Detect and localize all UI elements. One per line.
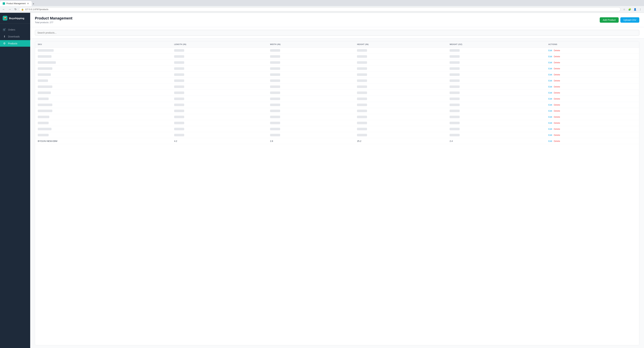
delete-button[interactable]: Delete [554,49,560,52]
orders-icon: 🛒 [3,28,6,31]
address-bar[interactable]: 🔒 127.0.0.1:8787/products [19,7,620,12]
edit-button[interactable]: Edit [548,110,552,112]
table-row: XXXXXXXXXXXXXXXXXXXEditDelete [35,78,639,84]
profile-icon[interactable]: 👤 [632,7,637,12]
upload-csv-button[interactable]: Upload CSV [620,17,639,23]
table-row: XX-XXXXXXXXXXXXXXXXXXXXEditDelete [35,60,639,66]
page-header: Product Management Total products: 277 A… [30,13,644,27]
browser-tabs: Product Management ✕ + [0,0,644,6]
products-table-container: SKU LENGTH (IN) WIDTH (IN) HEIGHT (IN) W… [35,41,639,345]
delete-button[interactable]: Delete [554,128,560,130]
main-content: Product Management Total products: 277 A… [30,13,644,348]
delete-button[interactable]: Delete [554,79,560,82]
tab-favicon [3,2,5,5]
edit-button[interactable]: Edit [548,86,552,88]
logo-icon: 📦 [3,16,8,21]
edit-button[interactable]: Edit [548,116,552,118]
table-body: XXXXXXXXXXXXXXXXXXXXXXEditDeleteXXXXXX-X… [35,48,639,144]
downloads-icon: ⬇ [3,35,6,38]
delete-button[interactable]: Delete [554,67,560,70]
sidebar-label-orders: Orders [8,28,15,31]
sidebar-nav: 🛒 Orders ⬇ Downloads ⚙ Products [0,24,30,49]
edit-button[interactable]: Edit [548,73,552,76]
page-header-left: Product Management Total products: 277 [35,16,72,24]
edit-button[interactable]: Edit [548,92,552,94]
menu-icon[interactable]: ⋮ [638,7,643,12]
new-tab-button[interactable]: + [32,2,35,6]
delete-button[interactable]: Delete [554,73,560,76]
edit-button[interactable]: Edit [548,49,552,52]
col-length: LENGTH (IN) [172,41,268,48]
back-button[interactable]: ← [1,7,6,12]
col-sku: SKU [35,41,172,48]
browser-toolbar: ← → ↻ 🔒 127.0.0.1:8787/products ☆ 🧩 👤 ⋮ [0,6,644,13]
delete-button[interactable]: Delete [554,122,560,124]
delete-button[interactable]: Delete [554,98,560,100]
toolbar-icons: ☆ 🧩 👤 ⋮ [622,7,643,12]
table-row: XXXXXX-XXXXXXXXXXXXXEditDelete [35,54,639,60]
sidebar: 📦 Buyshipping 🛒 Orders ⬇ Downloads ⚙ Pro… [0,13,30,348]
address-text: 127.0.0.1:8787/products [25,8,48,11]
delete-button[interactable]: Delete [554,61,560,64]
page-header-actions: Add Product Upload CSV [600,17,639,23]
edit-button[interactable]: Edit [548,61,552,64]
edit-button[interactable]: Edit [548,122,552,124]
tab-close-button[interactable]: ✕ [27,2,29,5]
logo-text: Buyshipping [9,17,24,20]
reload-button[interactable]: ↻ [14,7,18,12]
edit-button[interactable]: Edit [548,67,552,70]
sidebar-item-downloads[interactable]: ⬇ Downloads [0,33,30,40]
table-row: XXXXX-XXXXXXXXXXXXXXXXXEditDelete [35,120,639,126]
edit-button[interactable]: Edit [548,140,552,142]
extension-icon[interactable]: 🧩 [627,7,632,12]
sidebar-label-products: Products [8,42,17,45]
table-row: XXXXX-X-XXXXXXXXXXXXXXXXEditDelete [35,114,639,120]
search-bar-container [30,27,644,39]
delete-button[interactable]: Delete [554,104,560,106]
table-row: XXXXX-XXXXXXXXXXXXEditDelete [35,96,639,102]
table-header: SKU LENGTH (IN) WIDTH (IN) HEIGHT (IN) W… [35,41,639,48]
edit-button[interactable]: Edit [548,55,552,58]
delete-button[interactable]: Delete [554,140,560,142]
sidebar-logo: 📦 Buyshipping [0,13,30,24]
delete-button[interactable]: Delete [554,134,560,136]
table-row: XX-XXX-X-XXXXXXXXXXXXXXEditDelete [35,126,639,132]
table-row: XXXXX-X-XXXXXXXXXXXXXXXXXEditDelete [35,108,639,114]
lock-icon: 🔒 [21,8,24,11]
table-row: XXXXXXXXXXXXXXXXXXXXXXEditDelete [35,48,639,54]
products-icon: ⚙ [3,42,6,45]
delete-button[interactable]: Delete [554,116,560,118]
search-input[interactable] [35,30,639,36]
edit-button[interactable]: Edit [548,128,552,130]
page-subtitle: Total products: 277 [35,21,72,24]
col-width: WIDTH (IN) [268,41,354,48]
table-row: XX-XXX-XXXXXXXXXXXEditDelete [35,66,639,72]
table-row: XXXXXX-XXXXXXXXXEditDelete [35,132,639,138]
table-row: XX-XXX-XXXXXXXXXXXXXXXXXEditDelete [35,72,639,78]
delete-button[interactable]: Delete [554,86,560,88]
sidebar-item-products[interactable]: ⚙ Products [0,40,30,47]
forward-button[interactable]: → [8,7,12,12]
col-weight: WEIGHT (OZ) [447,41,546,48]
sidebar-label-downloads: Downloads [8,35,20,38]
table-row: XXXXX-X-XXXXXXXXXXXXEditDelete [35,90,639,96]
edit-button[interactable]: Edit [548,134,552,136]
active-tab[interactable]: Product Management ✕ [0,1,32,6]
table-row: XXXXX-X-XXXXXXXXXXXXXEditDelete [35,102,639,108]
sidebar-item-orders[interactable]: 🛒 Orders [0,26,30,33]
edit-button[interactable]: Edit [548,98,552,100]
delete-button[interactable]: Delete [554,110,560,112]
edit-button[interactable]: Edit [548,104,552,106]
delete-button[interactable]: Delete [554,92,560,94]
page-title: Product Management [35,16,72,21]
add-product-button[interactable]: Add Product [600,17,619,23]
edit-button[interactable]: Edit [548,79,552,82]
table-row: BYO24V-NEW-EBM4.22.825.22.4EditDelete [35,138,639,144]
col-height: HEIGHT (IN) [354,41,447,48]
bookmark-icon[interactable]: ☆ [622,7,626,12]
tab-title: Product Management [6,2,26,5]
col-actions: ACTIONS [546,41,639,48]
table-row: XXXXX-X-XXXXXXXXXXXXXEditDelete [35,84,639,90]
products-table: SKU LENGTH (IN) WIDTH (IN) HEIGHT (IN) W… [35,41,639,144]
delete-button[interactable]: Delete [554,55,560,58]
